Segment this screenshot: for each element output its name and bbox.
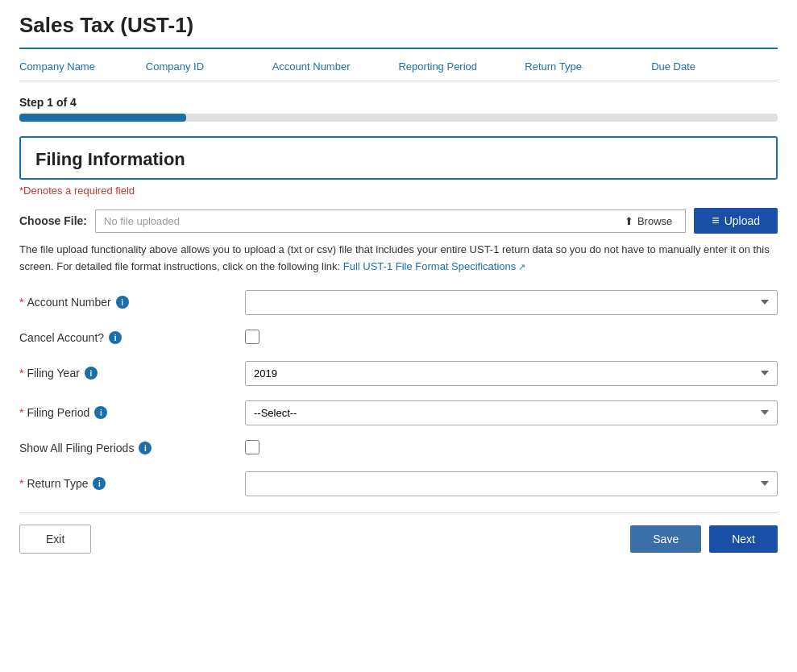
- cancel-account-label-text: Cancel Account?: [19, 331, 104, 344]
- filing-period-select[interactable]: --Select-- January February March April …: [245, 400, 778, 425]
- choose-file-label: Choose File:: [19, 214, 87, 227]
- header-reporting-period: Reporting Period: [398, 60, 525, 73]
- filing-period-row: * Filing Period i --Select-- January Feb…: [19, 400, 778, 425]
- file-text-box: No file uploaded: [95, 209, 612, 233]
- next-button[interactable]: Next: [709, 525, 778, 553]
- filing-year-info-icon[interactable]: i: [85, 367, 98, 380]
- return-type-label-text: Return Type: [27, 477, 88, 490]
- browse-label: Browse: [637, 215, 672, 227]
- filing-period-info-icon[interactable]: i: [94, 406, 107, 419]
- step-section: Step 1 of 4: [19, 96, 778, 122]
- upload-icon: [712, 214, 719, 228]
- browse-button[interactable]: ⬆ Browse: [612, 209, 686, 233]
- footer-row: Exit Save Next: [19, 513, 778, 557]
- upload-note: The file upload functionality above allo…: [19, 242, 778, 276]
- show-all-periods-label: Show All Filing Periods i: [19, 442, 245, 454]
- account-number-select[interactable]: [245, 290, 778, 315]
- return-type-label: * Return Type i: [19, 477, 245, 490]
- file-format-link[interactable]: Full UST-1 File Format Specifications: [343, 260, 526, 272]
- filing-year-required-star: *: [19, 367, 23, 380]
- account-number-label-text: Account Number: [27, 296, 110, 309]
- filing-year-control: 2019 2018 2017 2016: [245, 361, 778, 386]
- upload-label: Upload: [724, 214, 760, 227]
- header-return-type: Return Type: [525, 60, 651, 73]
- form-section: * Account Number i Cancel Account? i: [19, 290, 778, 496]
- header-company-id: Company ID: [146, 60, 272, 73]
- choose-file-row: Choose File: No file uploaded ⬆ Browse U…: [19, 208, 778, 234]
- page-title: Sales Tax (UST-1): [19, 13, 778, 38]
- filing-period-label: * Filing Period i: [19, 406, 245, 419]
- account-number-control: [245, 290, 778, 315]
- progress-bar-background: [19, 114, 778, 122]
- return-type-required-star: *: [19, 477, 23, 490]
- show-all-periods-info-icon[interactable]: i: [139, 442, 152, 454]
- account-number-label: * Account Number i: [19, 296, 245, 309]
- return-type-row: * Return Type i: [19, 471, 778, 496]
- header-due-date: Due Date: [651, 60, 778, 73]
- upload-button[interactable]: Upload: [694, 208, 778, 234]
- show-all-periods-control: [245, 440, 778, 457]
- header-company-name: Company Name: [19, 60, 146, 73]
- step-label: Step 1 of 4: [19, 96, 778, 109]
- show-all-periods-checkbox[interactable]: [245, 440, 259, 454]
- header-row: Company Name Company ID Account Number R…: [19, 49, 778, 81]
- browse-upload-icon: ⬆: [625, 215, 633, 227]
- account-number-info-icon[interactable]: i: [116, 296, 129, 309]
- filing-period-control: --Select-- January February March April …: [245, 400, 778, 425]
- exit-button[interactable]: Exit: [19, 525, 91, 554]
- return-type-info-icon[interactable]: i: [93, 477, 106, 490]
- cancel-account-row: Cancel Account? i: [19, 330, 778, 346]
- return-type-select[interactable]: [245, 471, 778, 496]
- save-button[interactable]: Save: [630, 525, 701, 553]
- file-input-area: No file uploaded ⬆ Browse: [95, 209, 686, 233]
- filing-year-select[interactable]: 2019 2018 2017 2016: [245, 361, 778, 386]
- cancel-account-checkbox[interactable]: [245, 330, 259, 344]
- show-all-periods-label-text: Show All Filing Periods: [19, 442, 134, 454]
- account-number-required-star: *: [19, 296, 23, 309]
- header-account-number: Account Number: [272, 60, 399, 73]
- filing-year-label: * Filing Year i: [19, 367, 245, 380]
- cancel-account-info-icon[interactable]: i: [109, 331, 122, 344]
- cancel-account-control: [245, 330, 778, 346]
- filing-info-box: Filing Information: [19, 136, 778, 180]
- filing-period-required-star: *: [19, 406, 23, 419]
- filing-info-title: Filing Information: [35, 149, 762, 170]
- progress-bar-fill: [19, 114, 186, 122]
- cancel-account-label: Cancel Account? i: [19, 331, 245, 344]
- footer-right-buttons: Save Next: [630, 525, 778, 553]
- return-type-control: [245, 471, 778, 496]
- filing-year-row: * Filing Year i 2019 2018 2017 2016: [19, 361, 778, 386]
- show-all-periods-row: Show All Filing Periods i: [19, 440, 778, 457]
- filing-year-label-text: Filing Year: [27, 367, 79, 380]
- account-number-row: * Account Number i: [19, 290, 778, 315]
- required-note: *Denotes a required field: [19, 185, 778, 197]
- filing-period-label-text: Filing Period: [27, 406, 89, 419]
